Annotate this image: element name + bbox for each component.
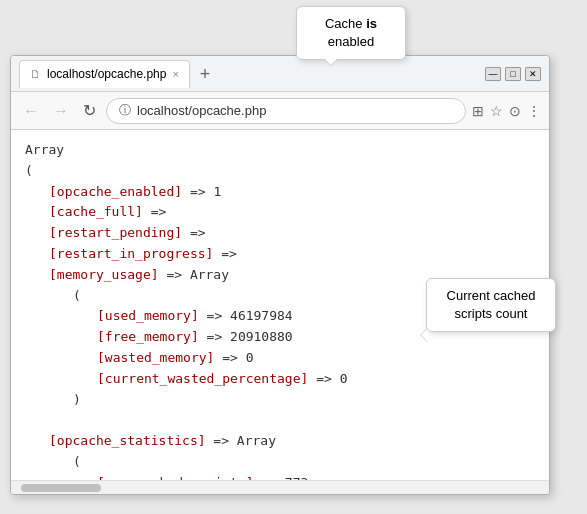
forward-button[interactable]: →	[49, 100, 73, 122]
titlebar: 🗋 localhost/opcache.php × + — □ ✕	[11, 56, 549, 92]
content-line-restart-pending: [restart_pending] =>	[49, 223, 535, 244]
content-line-stats-open: (	[73, 452, 535, 473]
tooltip-cache-text: Cache isenabled	[325, 16, 377, 49]
back-button[interactable]: ←	[19, 100, 43, 122]
browser-window: 🗋 localhost/opcache.php × + — □ ✕ ← → ↻ …	[10, 55, 550, 495]
tab-page-icon: 🗋	[30, 68, 41, 80]
tooltip-scripts-text: Current cached scripts count	[447, 288, 536, 321]
addressbar: ← → ↻ ⓘ localhost/opcache.php ⊞ ☆ ⊙ ⋮	[11, 92, 549, 130]
tooltip-cache-enabled: Cache isenabled	[296, 6, 406, 60]
window-controls: — □ ✕	[485, 67, 541, 81]
refresh-button[interactable]: ↻	[79, 99, 100, 122]
menu-icon[interactable]: ⋮	[527, 103, 541, 119]
content-line-num-cached-scripts: [num_cached_scripts] => 773	[97, 473, 535, 480]
content-line-mem-close: )	[73, 390, 535, 411]
scrollbar-thumb[interactable]	[21, 484, 101, 492]
translate-icon[interactable]: ⊞	[472, 103, 484, 119]
content-line-current-wasted: [current_wasted_percentage] => 0	[97, 369, 535, 390]
content-line-restart-in-progress: [restart_in_progress] =>	[49, 244, 535, 265]
address-actions: ⊞ ☆ ⊙ ⋮	[472, 103, 541, 119]
tooltip-current-cached: Current cached scripts count	[426, 278, 556, 332]
content-line-opcache-statistics: [opcache_statistics] => Array	[49, 431, 535, 452]
bookmark-icon[interactable]: ☆	[490, 103, 503, 119]
maximize-button[interactable]: □	[505, 67, 521, 81]
content-line-cache-full: [cache_full] =>	[49, 202, 535, 223]
tab-label: localhost/opcache.php	[47, 67, 166, 81]
new-tab-button[interactable]: +	[196, 65, 215, 83]
address-bar[interactable]: ⓘ localhost/opcache.php	[106, 98, 466, 124]
address-text: localhost/opcache.php	[137, 103, 266, 118]
close-button[interactable]: ✕	[525, 67, 541, 81]
horizontal-scrollbar[interactable]	[11, 480, 549, 494]
content-line-opcache-enabled: [opcache_enabled] => 1	[49, 182, 535, 203]
account-icon[interactable]: ⊙	[509, 103, 521, 119]
content-line-wasted-memory: [wasted_memory] => 0	[97, 348, 535, 369]
lock-icon: ⓘ	[119, 102, 131, 119]
content-line-array: Array	[25, 140, 535, 161]
content-line-open: (	[25, 161, 535, 182]
tab-close-button[interactable]: ×	[172, 68, 178, 80]
browser-tab[interactable]: 🗋 localhost/opcache.php ×	[19, 60, 190, 88]
minimize-button[interactable]: —	[485, 67, 501, 81]
